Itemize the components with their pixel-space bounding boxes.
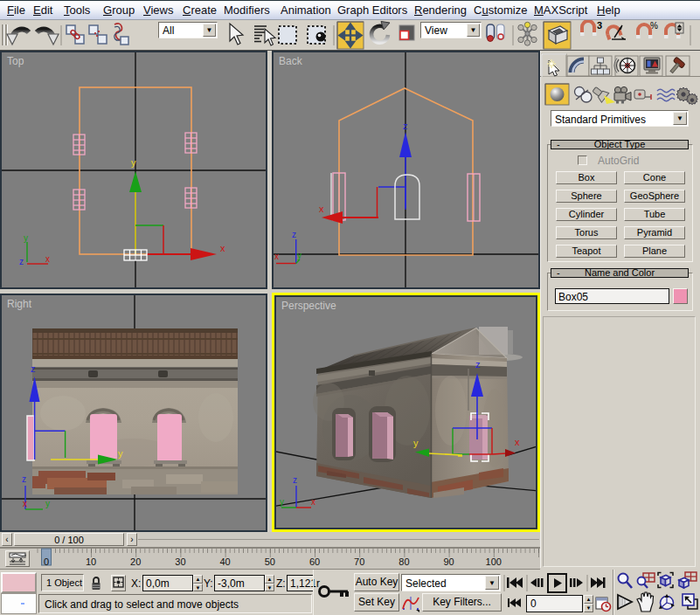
svg-text:y: y bbox=[413, 438, 419, 448]
svg-text:y: y bbox=[297, 251, 301, 260]
svg-text:x: x bbox=[515, 437, 520, 447]
svg-text:x: x bbox=[45, 254, 50, 264]
svg-text:20: 20 bbox=[130, 556, 141, 567]
svg-text:40: 40 bbox=[219, 556, 230, 567]
svg-text:90: 90 bbox=[443, 556, 454, 567]
svg-text:z: z bbox=[475, 359, 481, 370]
svg-text:70: 70 bbox=[354, 556, 364, 567]
svg-text:z: z bbox=[403, 121, 408, 131]
svg-text:z: z bbox=[31, 363, 36, 374]
svg-text:y: y bbox=[118, 448, 123, 459]
svg-text:z: z bbox=[22, 474, 26, 484]
svg-text:3: 3 bbox=[597, 20, 602, 31]
svg-text:z: z bbox=[19, 257, 24, 266]
svg-text:10: 10 bbox=[86, 556, 96, 567]
svg-text:100: 100 bbox=[486, 556, 502, 567]
svg-text:%: % bbox=[650, 21, 658, 31]
svg-text:y: y bbox=[45, 499, 50, 508]
svg-text:x: x bbox=[319, 204, 324, 214]
svg-text:x: x bbox=[274, 252, 279, 261]
svg-text:50: 50 bbox=[265, 556, 275, 567]
svg-text:x: x bbox=[311, 497, 315, 507]
svg-text:y: y bbox=[24, 233, 28, 243]
svg-text:0: 0 bbox=[44, 556, 49, 567]
svg-text:30: 30 bbox=[175, 556, 185, 567]
svg-text:z: z bbox=[292, 230, 296, 239]
svg-text:x: x bbox=[23, 499, 27, 508]
svg-text:z: z bbox=[293, 475, 297, 485]
svg-text:y: y bbox=[131, 157, 136, 168]
svg-text:60: 60 bbox=[309, 556, 320, 567]
svg-text:80: 80 bbox=[399, 556, 409, 567]
svg-text:y: y bbox=[280, 497, 284, 507]
svg-text:x: x bbox=[220, 243, 225, 253]
